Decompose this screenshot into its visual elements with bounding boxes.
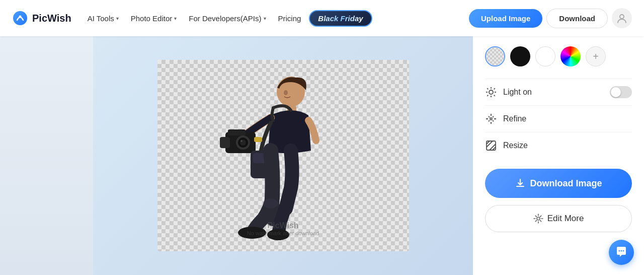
svg-rect-12: [220, 137, 230, 148]
black-swatch[interactable]: [510, 46, 530, 66]
header: PicWish AI Tools ▾ Photo Editor ▾ For De…: [0, 0, 644, 36]
nav-pricing[interactable]: Pricing: [274, 12, 305, 25]
svg-point-30: [537, 217, 540, 220]
watermark-brand-text: PicWish: [247, 221, 319, 230]
black-friday-label: Black Friday: [318, 14, 363, 23]
white-swatch[interactable]: [535, 46, 555, 66]
light-on-label: Light on: [503, 88, 532, 97]
logo-area[interactable]: PicWish: [12, 10, 71, 26]
photographer-image: [198, 62, 349, 244]
left-sidebar: [0, 36, 93, 275]
user-avatar-button[interactable]: [612, 8, 632, 28]
refine-row[interactable]: Refine: [485, 105, 632, 132]
nav-photo-editor[interactable]: Photo Editor ▾: [127, 12, 181, 25]
canvas-area: PicWish No watermark after download: [93, 36, 473, 275]
svg-point-2: [620, 15, 624, 19]
refine-icon: [485, 113, 497, 125]
download-icon: [515, 178, 526, 189]
svg-point-28: [490, 118, 492, 120]
svg-point-11: [240, 140, 243, 142]
edit-more-label: Edit More: [547, 214, 584, 224]
toggle-thumb: [611, 87, 621, 97]
edit-more-button[interactable]: Edit More: [485, 205, 632, 232]
chat-icon: [615, 246, 628, 259]
svg-point-1: [19, 16, 22, 18]
svg-point-18: [263, 198, 278, 209]
chevron-down-icon: ▾: [264, 16, 266, 21]
color-swatches: +: [485, 46, 632, 66]
download-image-button[interactable]: Download Image: [485, 169, 632, 198]
download-image-label: Download Image: [530, 178, 602, 189]
watermark: PicWish No watermark after download: [247, 221, 319, 236]
refine-label: Refine: [503, 114, 526, 123]
watermark-sub-text: No watermark after download: [247, 230, 319, 236]
resize-icon: [485, 140, 497, 152]
nav-ai-tools[interactable]: AI Tools ▾: [84, 12, 123, 25]
svg-point-32: [621, 250, 622, 252]
chevron-down-icon: ▾: [116, 16, 119, 21]
logo-text: PicWish: [32, 13, 71, 24]
svg-point-33: [623, 250, 624, 252]
light-on-row[interactable]: Light on: [485, 79, 632, 105]
color-swatch[interactable]: [560, 46, 581, 66]
svg-point-0: [13, 11, 27, 25]
svg-line-23: [494, 95, 495, 96]
light-on-toggle[interactable]: [610, 86, 632, 98]
transparent-swatch[interactable]: [485, 46, 505, 66]
logo-icon: [12, 10, 28, 26]
chevron-down-icon: ▾: [174, 16, 177, 21]
upload-image-button[interactable]: Upload Image: [469, 9, 542, 28]
svg-rect-7: [228, 129, 246, 135]
resize-label: Resize: [503, 141, 528, 150]
svg-line-26: [487, 95, 488, 96]
main-content: PicWish No watermark after download +: [0, 36, 644, 275]
svg-line-27: [494, 88, 495, 89]
svg-rect-17: [254, 137, 262, 142]
right-panel: + Light on: [473, 36, 644, 275]
user-icon: [616, 13, 627, 24]
nav-for-developers[interactable]: For Developers(APIs) ▾: [185, 12, 270, 25]
svg-line-22: [487, 88, 488, 89]
svg-point-19: [489, 90, 493, 94]
edit-icon: [533, 214, 543, 224]
black-friday-badge[interactable]: Black Friday: [309, 10, 372, 27]
light-icon: [485, 86, 497, 98]
svg-point-31: [619, 250, 620, 252]
download-button[interactable]: Download: [546, 9, 608, 28]
chat-support-button[interactable]: [609, 240, 634, 265]
add-color-button[interactable]: +: [586, 46, 606, 66]
image-container: PicWish No watermark after download: [157, 60, 409, 251]
svg-point-4: [284, 90, 288, 95]
resize-row[interactable]: Resize: [485, 132, 632, 159]
